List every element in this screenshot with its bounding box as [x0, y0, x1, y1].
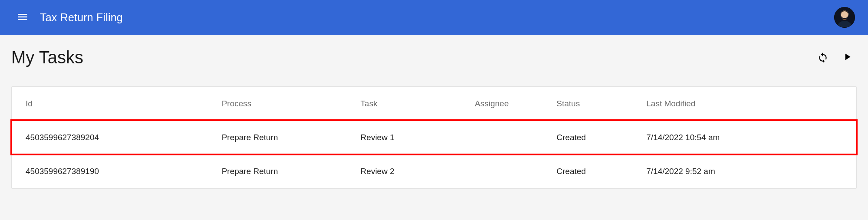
table-header-row: Id Process Task Assignee Status Last Mod… — [12, 87, 856, 121]
menu-button[interactable] — [13, 7, 32, 28]
cell-process: Prepare Return — [222, 133, 361, 142]
cell-status: Created — [556, 167, 646, 176]
svg-point-1 — [841, 10, 848, 18]
col-header-assignee: Assignee — [475, 99, 556, 108]
page-header: My Tasks — [11, 48, 857, 67]
col-header-task: Task — [361, 99, 475, 108]
app-bar: Tax Return Filing — [0, 0, 868, 35]
cell-process: Prepare Return — [222, 167, 361, 176]
col-header-last-modified: Last Modified — [646, 99, 842, 108]
play-icon — [842, 51, 853, 64]
avatar[interactable] — [834, 7, 855, 28]
refresh-button[interactable] — [813, 48, 832, 67]
col-header-status: Status — [556, 99, 646, 108]
cell-status: Created — [556, 133, 646, 142]
cell-id: 4503599627389190 — [26, 167, 222, 176]
page-content: My Tasks Id Process Task Assignee Status… — [0, 35, 868, 189]
col-header-process: Process — [222, 99, 361, 108]
table-row[interactable]: 4503599627389204Prepare ReturnReview 1Cr… — [12, 121, 856, 154]
app-title: Tax Return Filing — [40, 11, 123, 24]
start-button[interactable] — [838, 48, 857, 67]
hamburger-icon — [16, 11, 29, 24]
refresh-icon — [817, 51, 829, 64]
cell-task: Review 2 — [361, 167, 475, 176]
cell-id: 4503599627389204 — [26, 133, 222, 142]
col-header-id: Id — [26, 99, 222, 108]
cell-last_modified: 7/14/2022 10:54 am — [646, 133, 842, 142]
page-title: My Tasks — [11, 48, 83, 67]
table-row[interactable]: 4503599627389190Prepare ReturnReview 2Cr… — [12, 154, 856, 188]
cell-last_modified: 7/14/2022 9:52 am — [646, 167, 842, 176]
tasks-table: Id Process Task Assignee Status Last Mod… — [11, 86, 857, 189]
cell-task: Review 1 — [361, 133, 475, 142]
avatar-icon — [834, 7, 855, 28]
